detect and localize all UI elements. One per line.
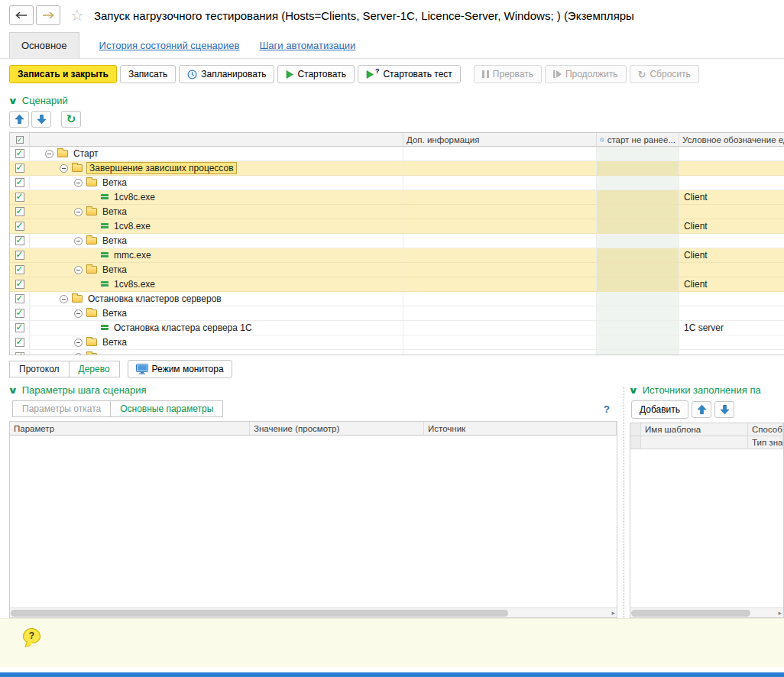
row-checkbox[interactable]	[15, 164, 24, 173]
move-down-button[interactable]	[714, 401, 734, 418]
expand-toggle-icon[interactable]	[60, 295, 68, 303]
expand-toggle-icon[interactable]	[74, 309, 83, 318]
forward-button[interactable]	[36, 5, 60, 25]
row-start-cell	[597, 219, 679, 233]
expand-toggle-icon[interactable]	[74, 237, 83, 245]
expand-toggle-icon[interactable]	[60, 164, 68, 173]
start-button[interactable]: Стартовать	[277, 65, 355, 83]
row-checkbox[interactable]	[15, 352, 24, 355]
row-start-cell	[597, 292, 679, 306]
start-test-button[interactable]: ? Стартовать тест	[358, 65, 461, 83]
check-all-header[interactable]	[10, 133, 30, 147]
row-checkbox[interactable]	[15, 280, 24, 289]
fill-sources-section-header[interactable]: ∨ Источники заполнения па	[630, 383, 784, 399]
row-tree-cell	[30, 350, 403, 355]
start-column-header[interactable]: старт не ранее...	[597, 133, 679, 147]
scenario-tree-row[interactable]: Старт	[10, 147, 784, 161]
expand-toggle-icon[interactable]	[74, 266, 83, 274]
tab-main[interactable]: Основное	[9, 32, 79, 58]
row-checkbox[interactable]	[15, 294, 24, 303]
expand-toggle-icon[interactable]	[74, 338, 83, 347]
row-tree-cell: Завершение зависших процессов	[30, 161, 403, 175]
template-name-column-header[interactable]: Имя шаблона	[641, 423, 748, 436]
scenario-tree-row[interactable]: Остановка кластеров серверов	[10, 292, 784, 306]
fill-sources-hscrollbar[interactable]: ▸	[630, 607, 783, 617]
source-column-header[interactable]: Источник	[424, 422, 617, 436]
row-checkbox[interactable]	[15, 338, 24, 347]
folder-icon	[86, 237, 97, 245]
row-checkbox[interactable]	[15, 265, 24, 274]
refresh-button[interactable]: ↻	[61, 111, 81, 128]
scenario-tree-row[interactable]: Ветка	[10, 263, 784, 277]
favorite-star-icon[interactable]: ☆	[70, 8, 84, 23]
row-checkbox[interactable]	[15, 193, 24, 202]
row-checkbox[interactable]	[15, 149, 24, 158]
clock-icon	[600, 135, 604, 144]
row-checkbox[interactable]	[15, 236, 24, 245]
folder-icon	[72, 164, 83, 172]
scenario-tree-row[interactable]	[10, 350, 784, 355]
monitor-mode-button[interactable]: Режим монитора	[128, 360, 232, 378]
row-label: Остановка кластеров серверов	[86, 293, 223, 304]
scrollbar-thumb[interactable]	[11, 610, 508, 617]
tab-automation-steps-link[interactable]: Шаги автоматизации	[259, 40, 355, 58]
expand-toggle-icon[interactable]	[45, 150, 53, 158]
row-label: Ветка	[101, 264, 128, 275]
scenario-tree-row[interactable]: 1cv8.exeClient	[10, 219, 784, 234]
view-tab-tree[interactable]: Дерево	[69, 361, 120, 377]
row-checkbox[interactable]	[15, 309, 24, 318]
move-up-button[interactable]	[692, 401, 711, 418]
scenario-tree-row[interactable]: Завершение зависших процессов	[10, 161, 784, 176]
tab-scenario-history-link[interactable]: История состояний сценариев	[99, 40, 240, 58]
scenario-tree-row[interactable]: Ветка	[10, 306, 784, 321]
save-and-close-button[interactable]: Записать и закрыть	[9, 65, 117, 83]
scenario-tree-row[interactable]: mmc.exeClient	[10, 248, 784, 263]
expand-toggle-icon[interactable]	[74, 353, 83, 355]
row-tree-cell: 1cv8.exe	[30, 219, 403, 233]
tree-column-header[interactable]	[30, 133, 403, 147]
help-bubble-icon[interactable]: ?	[23, 628, 40, 643]
unit-column-header[interactable]: Условное обозначение ед...	[679, 133, 784, 147]
scenario-tree-row[interactable]: 1cv8s.exeClient	[10, 277, 784, 292]
row-check-cell	[10, 161, 30, 175]
back-button[interactable]	[9, 5, 34, 25]
schedule-button[interactable]: Запланировать	[179, 65, 274, 83]
scenario-tree-row[interactable]: Ветка	[10, 205, 784, 219]
arrow-up-icon	[15, 115, 24, 124]
value-column-header[interactable]: Значение (просмотр)	[250, 422, 424, 436]
help-link[interactable]: ?	[604, 403, 610, 415]
row-checkbox[interactable]	[15, 251, 24, 260]
view-tab-protocol[interactable]: Протокол	[9, 361, 70, 377]
fill-method-column-header[interactable]: Способ з	[748, 423, 783, 436]
scenario-tree-row[interactable]: Ветка	[10, 234, 784, 248]
expand-toggle-icon[interactable]	[74, 179, 83, 187]
scenario-tree-row[interactable]: Ветка	[10, 176, 784, 190]
scroll-right-arrow-icon[interactable]: ▸	[611, 608, 615, 618]
row-label: Ветка	[101, 206, 128, 217]
scroll-right-arrow-icon[interactable]: ▸	[778, 608, 782, 618]
move-up-button[interactable]	[9, 111, 29, 128]
scrollbar-thumb[interactable]	[631, 610, 750, 617]
row-checkbox[interactable]	[15, 178, 24, 187]
save-button[interactable]: Записать	[120, 65, 176, 83]
step-params-tabs-row: Параметры отката Основные параметры ?	[9, 399, 617, 421]
scenario-tree-row[interactable]: Остановка кластера сервера 1С1C server	[10, 321, 784, 335]
scenario-tree-row[interactable]: 1cv8c.exeClient	[10, 190, 784, 205]
params-hscrollbar[interactable]: ▸	[10, 607, 617, 617]
row-label: Старт	[72, 148, 100, 159]
row-checkbox[interactable]	[15, 222, 24, 231]
move-down-button[interactable]	[31, 111, 51, 128]
info-column-header[interactable]: Доп. информация	[403, 133, 597, 147]
param-column-header[interactable]: Параметр	[10, 422, 250, 436]
scenario-tree-row[interactable]: Ветка	[10, 335, 784, 350]
row-checkbox[interactable]	[15, 207, 24, 216]
row-checkbox[interactable]	[15, 323, 24, 332]
tab-main-params[interactable]: Основные параметры	[110, 400, 223, 417]
toolbar: Записать и закрыть Записать Запланироват…	[0, 59, 784, 89]
scenario-section-header[interactable]: ∨ Сценарий	[0, 89, 784, 109]
add-button[interactable]: Добавить	[631, 400, 688, 419]
expand-toggle-icon[interactable]	[74, 208, 83, 216]
value-type-column-header[interactable]: Тип знач	[748, 436, 783, 449]
fill-sources-table-header: Имя шаблона Способ з Тип знач	[630, 423, 783, 449]
step-params-section-header[interactable]: ∨ Параметры шага сценария	[9, 383, 617, 399]
